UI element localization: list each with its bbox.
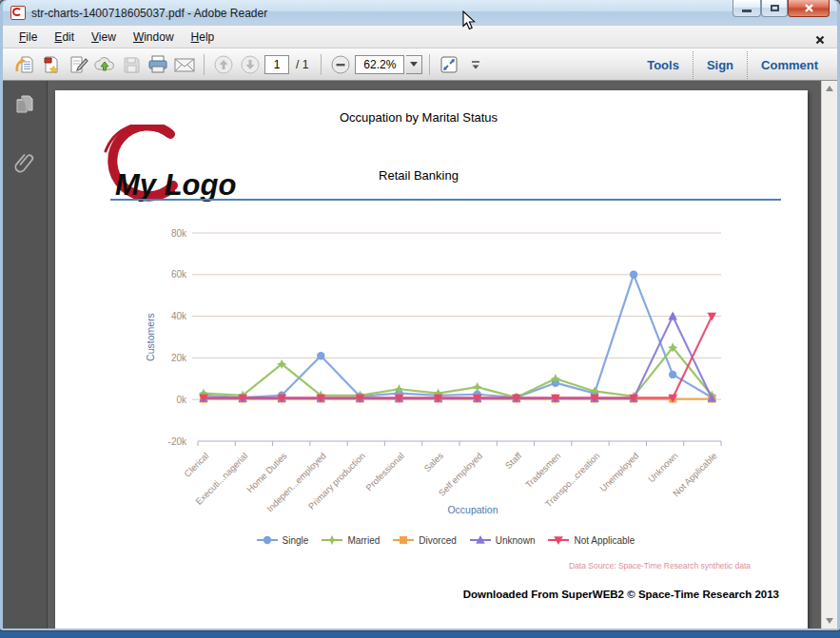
menu-file[interactable]: File (10, 28, 46, 47)
x-category-label: Unknown (646, 451, 680, 485)
next-page-icon (240, 54, 261, 75)
legend-marker-icon (392, 534, 415, 546)
comment-button[interactable]: Comment (747, 51, 831, 79)
y-tick-label: 20k (171, 353, 187, 363)
download-footer: Downloaded From SuperWEB2 © Space-Time R… (463, 589, 779, 600)
mouse-cursor (462, 10, 476, 30)
email-icon (173, 54, 196, 75)
toolbar-separator (321, 54, 322, 75)
close-document-button[interactable] (815, 31, 825, 48)
legend-marker-icon (256, 534, 279, 546)
menu-help[interactable]: Help (183, 28, 224, 47)
menu-view[interactable]: View (83, 28, 125, 47)
fit-window-button[interactable] (437, 52, 461, 77)
sign-document-button[interactable] (66, 52, 90, 77)
page-number-input[interactable] (264, 55, 289, 74)
navigation-sidebar (3, 81, 48, 628)
legend-item-not-applicable: Not Applicable (547, 534, 635, 546)
x-category-label: Sales (421, 450, 445, 474)
cloud-upload-button[interactable] (92, 52, 117, 77)
window-title: str-charts-1400718605037.pdf - Adobe Rea… (31, 7, 267, 20)
page-thumbnails-icon (14, 94, 35, 117)
attachments-button[interactable] (10, 147, 40, 178)
legend-label: Single (283, 535, 309, 546)
x-axis-title: Occupation (447, 504, 498, 515)
data-point (327, 535, 337, 545)
menu-edit[interactable]: Edit (46, 28, 83, 47)
email-button[interactable] (172, 52, 197, 77)
close-button[interactable] (788, 0, 830, 17)
minimize-button[interactable] (733, 0, 761, 17)
zoom-out-button[interactable] (328, 52, 353, 77)
legend-item-married: Married (321, 534, 380, 546)
series-line-single (204, 275, 712, 397)
series-line-not-applicable (204, 317, 712, 398)
titlebar[interactable]: str-charts-1400718605037.pdf - Adobe Rea… (3, 0, 837, 26)
chart-legend: SingleMarriedDivorcedUnknownNot Applicab… (112, 534, 778, 546)
data-point (708, 313, 717, 321)
toolbar-overflow-icon (469, 58, 482, 71)
x-category-label: Clerical (182, 451, 210, 479)
menubar: File Edit View Window Help (3, 26, 837, 48)
data-point (400, 536, 407, 544)
chevron-down-icon (410, 62, 418, 67)
create-pdf-button[interactable] (39, 52, 64, 77)
chart-svg: 80k60k40k20k0k-20kClericalExecuti...nage… (112, 218, 778, 549)
series-line-married (204, 347, 712, 397)
scroll-up-icon[interactable] (826, 86, 833, 91)
fit-window-icon (439, 54, 459, 75)
chart-subtitle: Retail Banking (55, 168, 782, 183)
page-total-label: / 1 (296, 58, 308, 71)
maximize-button[interactable] (761, 0, 788, 17)
series-line-unknown (204, 317, 712, 398)
legend-label: Married (347, 535, 380, 546)
y-tick-label: 40k (171, 311, 187, 321)
legend-item-divorced: Divorced (392, 534, 456, 546)
legend-label: Divorced (419, 535, 456, 546)
x-category-label: Professional (363, 451, 406, 493)
divider-line (110, 199, 781, 201)
zoom-out-icon (330, 54, 351, 75)
open-file-button[interactable] (12, 52, 37, 77)
toolbar: / 1 62.2% Tools Sign Co (3, 48, 837, 81)
previous-page-button[interactable] (211, 52, 236, 77)
zoom-level-value[interactable]: 62.2% (355, 55, 404, 74)
legend-label: Not Applicable (574, 535, 635, 546)
x-category-label: Tradesmen (523, 451, 563, 491)
next-page-button[interactable] (238, 52, 263, 77)
legend-item-single: Single (256, 534, 309, 546)
pdf-page: Occupation by Marital Status My Logo Ret… (55, 90, 808, 628)
page-thumbnails-button[interactable] (10, 90, 40, 121)
data-point (263, 536, 270, 544)
y-axis-title: Customers (145, 313, 156, 361)
x-category-label: Unemployed (597, 451, 640, 493)
data-source-note: Data Source: Space-Time Research synthet… (569, 561, 751, 570)
toolbar-overflow-button[interactable] (463, 52, 488, 77)
open-file-icon (14, 54, 35, 75)
data-point (317, 352, 324, 359)
print-button[interactable] (146, 52, 170, 77)
legend-item-unknown: Unknown (469, 534, 536, 546)
toolbar-separator (204, 54, 205, 75)
y-tick-label: -20k (168, 436, 187, 447)
print-icon (147, 54, 169, 75)
menu-window[interactable]: Window (125, 28, 183, 47)
create-pdf-icon (41, 54, 62, 75)
company-logo: My Logo (79, 125, 317, 210)
chart-title: Occupation by Marital Status (55, 110, 782, 125)
save-button[interactable] (119, 52, 144, 77)
toolbar-separator (429, 54, 430, 75)
x-category-label: Staff (503, 450, 524, 471)
tools-button[interactable]: Tools (634, 51, 693, 79)
y-tick-label: 60k (171, 269, 187, 280)
vertical-scrollbar[interactable] (821, 81, 837, 628)
legend-label: Unknown (496, 535, 536, 546)
document-area: Occupation by Marital Status My Logo Ret… (3, 81, 837, 628)
sign-button[interactable]: Sign (693, 51, 747, 79)
maximize-icon (771, 5, 779, 11)
data-point (669, 371, 676, 378)
pdf-file-icon (10, 6, 26, 20)
zoom-dropdown-button[interactable] (406, 55, 422, 74)
close-document-icon (815, 35, 825, 45)
scroll-down-icon[interactable] (826, 618, 833, 624)
